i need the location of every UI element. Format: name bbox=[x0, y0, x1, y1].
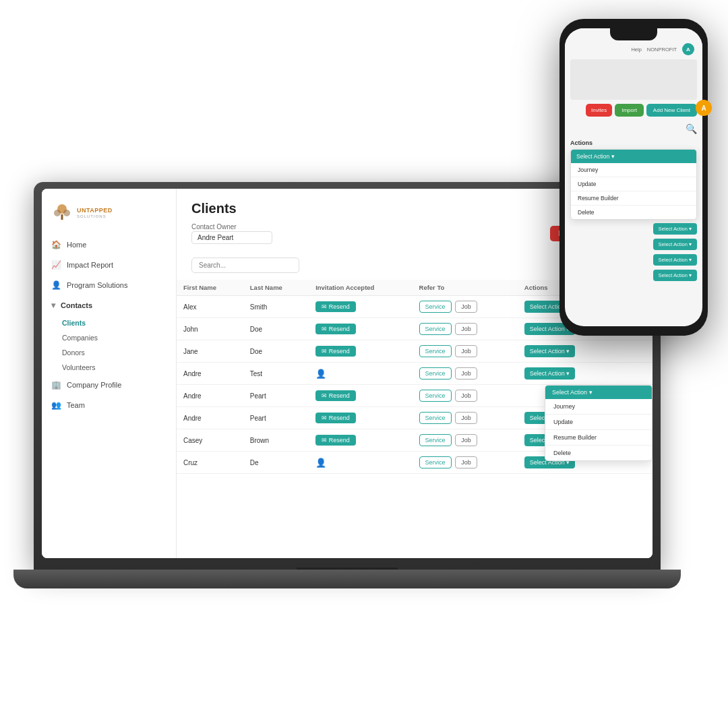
resend-btn[interactable]: ✉ Resend bbox=[315, 301, 356, 312]
cell-refer: Service Job bbox=[413, 429, 518, 452]
phone-select-action-btn-4[interactable]: Select Action ▾ bbox=[653, 270, 697, 281]
sidebar-item-company-profile[interactable]: 🏢 Company Profile bbox=[42, 375, 176, 395]
phone-dropdown-resume[interactable]: Resume Builder bbox=[571, 191, 696, 206]
cell-last: Doe bbox=[243, 340, 309, 363]
service-btn[interactable]: Service bbox=[419, 367, 452, 380]
cell-first: Cruz bbox=[177, 452, 243, 474]
dropdown-header[interactable]: Select Action ▾ bbox=[545, 386, 652, 399]
cell-first: Casey bbox=[177, 429, 243, 452]
service-btn[interactable]: Service bbox=[419, 323, 452, 335]
phone-dropdown-journey[interactable]: Journey bbox=[571, 163, 696, 177]
col-refer-to: Refer To bbox=[413, 280, 518, 296]
sidebar-item-impact-label: Impact Report bbox=[67, 261, 113, 269]
service-btn[interactable]: Service bbox=[419, 390, 452, 402]
dropdown-item-update[interactable]: Update bbox=[545, 415, 652, 430]
svg-point-1 bbox=[54, 210, 61, 216]
sidebar-item-program[interactable]: 👤 Program Solutions bbox=[42, 275, 176, 295]
sidebar: UNTAPPED SOLUTIONS 🏠 Home 📈 Impact Repor… bbox=[42, 189, 177, 558]
select-action-btn[interactable]: Select Action ▾ bbox=[524, 345, 576, 357]
search-icon[interactable]: 🔍 bbox=[686, 123, 697, 134]
job-btn[interactable]: Job bbox=[455, 434, 477, 446]
job-btn[interactable]: Job bbox=[455, 323, 477, 335]
job-btn[interactable]: Job bbox=[455, 367, 477, 380]
cell-invite: 👤 bbox=[309, 452, 412, 474]
sidebar-logo: UNTAPPED SOLUTIONS bbox=[42, 197, 176, 235]
phone-dropdown-delete[interactable]: Delete bbox=[571, 206, 696, 219]
sidebar-item-contacts-label: Contacts bbox=[61, 301, 92, 309]
col-last-name: Last Name bbox=[243, 280, 309, 296]
resend-btn[interactable]: ✉ Resend bbox=[315, 346, 356, 357]
resend-btn[interactable]: ✉ Resend bbox=[315, 435, 356, 446]
phone-select-action-btn-1[interactable]: Select Action ▾ bbox=[653, 223, 697, 235]
job-btn[interactable]: Job bbox=[455, 390, 477, 402]
job-btn[interactable]: Job bbox=[455, 456, 477, 468]
sidebar-item-companies[interactable]: Companies bbox=[42, 330, 176, 345]
sidebar-item-team[interactable]: 👥 Team bbox=[42, 395, 176, 415]
resend-btn[interactable]: ✉ Resend bbox=[315, 390, 356, 401]
resend-btn[interactable]: ✉ Resend bbox=[315, 324, 356, 334]
sidebar-item-clients[interactable]: Clients bbox=[42, 315, 176, 330]
sidebar-item-home-label: Home bbox=[67, 241, 86, 249]
sidebar-item-home[interactable]: 🏠 Home bbox=[42, 235, 176, 255]
cell-invite: ✉ Resend bbox=[309, 318, 412, 340]
phone-org: NONPROFIT bbox=[647, 47, 677, 53]
company-icon: 🏢 bbox=[51, 380, 61, 390]
phone-actions-label: Actions bbox=[565, 137, 702, 148]
cell-first: Andre bbox=[177, 363, 243, 385]
service-btn[interactable]: Service bbox=[419, 412, 452, 424]
phone-select-action-btn-3[interactable]: Select Action ▾ bbox=[653, 254, 697, 266]
resend-btn[interactable]: ✉ Resend bbox=[315, 413, 356, 423]
phone-action-row-2: Select Action ▾ bbox=[565, 237, 702, 252]
contact-owner-input[interactable] bbox=[191, 231, 272, 244]
cell-actions: Select Action ▾ bbox=[518, 340, 653, 363]
job-btn[interactable]: Job bbox=[455, 345, 477, 357]
sidebar-item-team-label: Team bbox=[67, 401, 85, 409]
team-icon: 👥 bbox=[51, 400, 61, 410]
person-icon: 👤 bbox=[315, 458, 326, 468]
phone-dropdown-open: Select Action ▾ Journey Update Resume Bu… bbox=[570, 149, 697, 220]
phone-select-action-btn-2[interactable]: Select Action ▾ bbox=[653, 239, 697, 250]
phone-invites-btn[interactable]: Invites bbox=[586, 104, 612, 117]
phone-import-btn[interactable]: Import bbox=[615, 104, 644, 117]
service-btn[interactable]: Service bbox=[419, 345, 452, 357]
select-action-btn[interactable]: Select Action ▾ bbox=[524, 367, 576, 380]
cell-invite: ✉ Resend bbox=[309, 340, 412, 363]
job-btn[interactable]: Job bbox=[455, 412, 477, 424]
service-btn[interactable]: Service bbox=[419, 301, 452, 313]
cell-invite: ✉ Resend bbox=[309, 385, 412, 407]
sidebar-item-contacts[interactable]: ▾ Contacts bbox=[42, 295, 176, 315]
service-btn[interactable]: Service bbox=[419, 434, 452, 446]
logo-icon bbox=[51, 202, 73, 224]
cell-last: Brown bbox=[243, 429, 309, 452]
cell-refer: Service Job bbox=[413, 407, 518, 429]
table-row: Andre Peart ✉ Resend Service Job bbox=[177, 385, 653, 407]
sidebar-item-impact[interactable]: 📈 Impact Report bbox=[42, 255, 176, 275]
phone-notch bbox=[610, 28, 657, 40]
phone-dropdown-update[interactable]: Update bbox=[571, 177, 696, 191]
svg-rect-3 bbox=[61, 214, 63, 220]
cell-first: Jane bbox=[177, 340, 243, 363]
sidebar-item-volunteers[interactable]: Volunteers bbox=[42, 360, 176, 375]
search-input[interactable] bbox=[191, 257, 299, 273]
cell-last: Doe bbox=[243, 318, 309, 340]
phone-screen: Help NONPROFIT A Invites Import Add New … bbox=[565, 28, 702, 326]
cell-first: John bbox=[177, 318, 243, 340]
job-btn[interactable]: Job bbox=[455, 301, 477, 313]
cell-invite: ✉ Resend bbox=[309, 407, 412, 429]
dropdown-item-resume[interactable]: Resume Builder bbox=[545, 430, 652, 446]
cell-refer: Service Job bbox=[413, 452, 518, 474]
cell-last: Peart bbox=[243, 407, 309, 429]
cell-first: Andre bbox=[177, 385, 243, 407]
dropdown-item-journey[interactable]: Journey bbox=[545, 399, 652, 415]
table-row: Andre Test 👤 Service Job Select Action ▾ bbox=[177, 363, 653, 385]
phone-dropdown-header[interactable]: Select Action ▾ bbox=[571, 150, 696, 163]
cell-invite: ✉ Resend bbox=[309, 296, 412, 318]
cell-invite: ✉ Resend bbox=[309, 429, 412, 452]
table-row: Jane Doe ✉ Resend Service Job Select Act… bbox=[177, 340, 653, 363]
sidebar-item-donors[interactable]: Donors bbox=[42, 345, 176, 360]
laptop-base bbox=[13, 570, 681, 588]
dropdown-item-delete[interactable]: Delete bbox=[545, 446, 652, 460]
service-btn[interactable]: Service bbox=[419, 456, 452, 468]
phone-add-client-btn[interactable]: Add New Client bbox=[646, 104, 697, 117]
cell-refer: Service Job bbox=[413, 296, 518, 318]
